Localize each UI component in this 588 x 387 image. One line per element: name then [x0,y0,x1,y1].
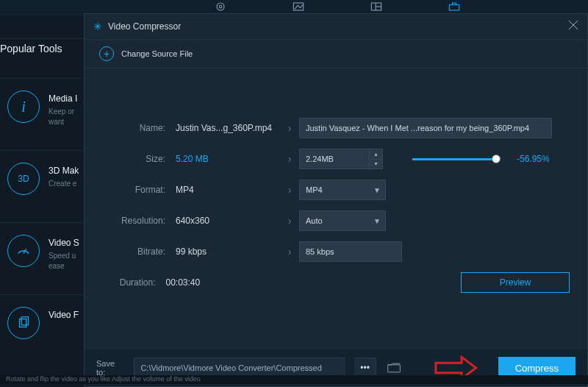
svg-rect-6 [449,5,459,11]
svg-rect-10 [21,317,28,325]
video-compressor-dialog: ✳ Video Compressor + Change Source File … [84,13,588,387]
row-duration: Duration: 00:03:40 Preview [102,267,570,298]
sidebar-item-desc: Create e [49,179,79,189]
svg-rect-7 [453,3,456,5]
bitrate-output-field[interactable]: 85 kbps [299,241,402,262]
svg-rect-13 [388,365,401,372]
sidebar-item-media-info[interactable]: i Media IKeep orwant [0,78,84,150]
preview-button[interactable]: Preview [461,272,570,293]
sidebar-item-title: Media I [49,93,77,104]
stepper-icon[interactable]: ▲▼ [369,149,382,168]
sidebar: i Media IKeep orwant 3D 3D MakCreate e V… [0,78,84,366]
bitrate-label: Bitrate: [102,246,176,257]
bitrate-original-value: 99 kbps [176,246,280,257]
slider-thumb[interactable] [492,155,501,163]
chevron-down-icon: ▼ [373,186,381,194]
sidebar-item-title: 3D Mak [49,166,79,176]
sidebar-item-title: Video S [49,238,79,248]
chevron-right-icon: › [280,184,299,196]
background-cutoff-text: Rotate and flip the video as you like Ad… [0,375,588,384]
name-label: Name: [102,123,176,133]
sidebar-item-desc: Keep orwant [49,107,77,127]
copy-icon [7,307,40,339]
sidebar-heading: Popular Tools [0,43,62,54]
change-source-button[interactable]: + Change Source File [85,39,587,68]
dialog-title: Video Compressor [108,21,181,32]
change-source-label: Change Source File [121,49,193,58]
sidebar-item-desc: Speed uease [49,251,79,271]
svg-point-1 [219,5,222,8]
sidebar-item-video-speed[interactable]: Video SSpeed uease [0,222,84,294]
sidebar-item-3d-maker[interactable]: 3D 3D MakCreate e [0,150,84,222]
info-icon: i [7,90,40,123]
close-button[interactable] [568,20,578,33]
gauge-icon [7,235,40,267]
format-label: Format: [102,185,176,195]
chevron-right-icon: › [280,246,299,258]
size-original-value: 5.20 MB [176,154,280,164]
resolution-original-value: 640x360 [176,216,280,226]
threed-icon: 3D [7,163,40,195]
svg-point-0 [217,3,224,10]
plus-icon: + [99,46,114,61]
chevron-right-icon: › [280,153,299,165]
compressor-logo-icon: ✳ [93,21,102,32]
row-resolution: Resolution: 640x360 › Auto▼ [102,205,570,236]
name-original-value: Justin Vas...g_360P.mp4 [176,123,280,133]
size-percent: -56.95% [517,154,550,164]
chevron-right-icon: › [280,122,299,134]
sidebar-item-video-flip[interactable]: Video F [0,294,84,366]
sidebar-item-title: Video F [49,310,79,320]
compression-form: Name: Justin Vas...g_360P.mp4 › Justin V… [85,68,587,298]
resolution-label: Resolution: [102,216,176,226]
duration-label: Duration: [102,277,165,288]
row-size: Size: 5.20 MB › 2.24MB ▲▼ -56.95% [102,143,570,174]
dialog-titlebar: ✳ Video Compressor [85,14,587,39]
resolution-select[interactable]: Auto▼ [299,210,386,231]
save-to-label: Save to: [96,359,125,377]
row-name: Name: Justin Vas...g_360P.mp4 › Justin V… [102,113,570,143]
row-format: Format: MP4 › MP4▼ [102,174,570,205]
chevron-right-icon: › [280,215,299,227]
row-bitrate: Bitrate: 99 kbps › 85 kbps [102,236,570,267]
format-original-value: MP4 [176,185,280,195]
name-output-field[interactable]: Justin Vasquez - When I Met ...reason fo… [299,118,552,138]
size-label: Size: [102,154,176,164]
open-folder-button[interactable] [385,360,404,376]
duration-value: 00:03:40 [165,277,254,288]
chevron-down-icon: ▼ [373,217,381,225]
size-slider[interactable] [412,158,496,160]
svg-rect-9 [20,319,26,327]
size-output-stepper[interactable]: 2.24MB ▲▼ [299,149,383,169]
format-select[interactable]: MP4▼ [299,180,386,200]
